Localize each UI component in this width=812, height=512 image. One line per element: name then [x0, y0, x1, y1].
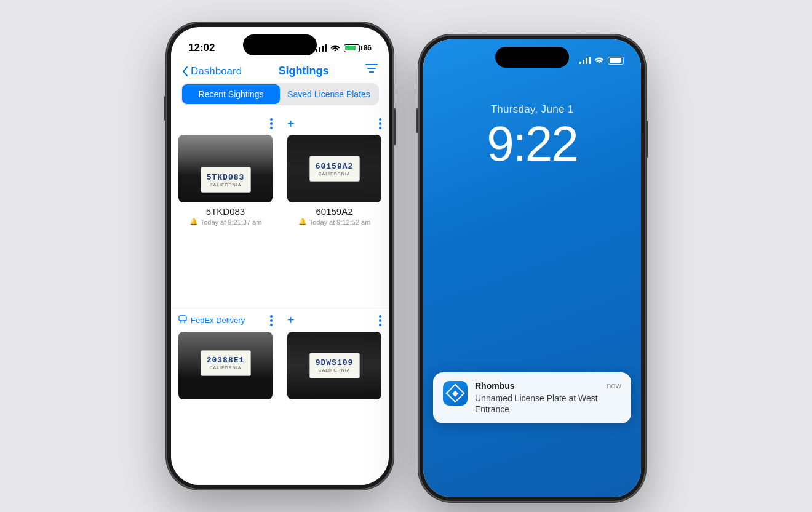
svg-rect-0 — [179, 316, 186, 321]
right-phone-screen: Thursday, June 1 9:22 Rhombus now — [423, 39, 641, 497]
signal-icon — [316, 44, 327, 52]
more-options-icon[interactable] — [270, 315, 273, 326]
lock-time: 9:22 — [487, 119, 578, 169]
rhombus-diamond-icon — [445, 383, 464, 402]
notification-banner[interactable]: Rhombus now Unnamed License Plate at Wes… — [433, 372, 631, 423]
card-3-header: FedEx Delivery — [178, 313, 273, 328]
card-1-header — [178, 116, 273, 131]
lock-battery-icon — [608, 57, 624, 65]
sighting-card-2[interactable]: + 60159A2 CALIFORNIA 60159A2 — [280, 111, 389, 308]
notification-message: Unnamed License Plate at West Entrance — [475, 393, 621, 415]
segment-control: Recent Sightings Saved License Plates — [181, 83, 379, 105]
tag-icon — [178, 315, 187, 326]
filter-icon[interactable] — [365, 64, 378, 78]
bell-icon: 🔔 — [189, 218, 198, 226]
notification-header: Rhombus now — [475, 381, 621, 391]
battery-label: 86 — [364, 44, 372, 52]
add-icon[interactable]: + — [287, 313, 295, 327]
lock-signal-icon — [579, 57, 591, 64]
plate-image-4: 9DWS109 CALIFORNIA — [287, 332, 381, 399]
status-icons: 86 — [316, 44, 372, 53]
plate-image-3: 20388E1 CALIFORNIA — [178, 332, 273, 399]
more-options-icon[interactable] — [379, 315, 381, 326]
plate-number-2: 60159A2 — [287, 206, 381, 217]
fedex-label: FedEx Delivery — [191, 316, 245, 325]
notification-content: Rhombus now Unnamed License Plate at Wes… — [475, 381, 621, 415]
sighting-card-4[interactable]: + 9DWS109 CALIFORNIA — [280, 308, 389, 486]
back-label: Dashboard — [191, 65, 242, 78]
timestamp-1: 🔔 Today at 9:21:37 am — [178, 218, 273, 226]
left-phone: 12:02 — [166, 22, 394, 490]
rhombus-app-icon — [443, 381, 468, 406]
more-options-icon[interactable] — [379, 118, 381, 129]
lock-screen: Thursday, June 1 9:22 Rhombus now — [423, 39, 641, 497]
app-screen: 12:02 — [171, 27, 389, 485]
lock-date: Thursday, June 1 — [491, 103, 574, 116]
plate-image-1: 5TKD083 CALIFORNIA — [178, 135, 273, 202]
notification-app-name: Rhombus — [475, 381, 515, 391]
tab-saved-license-plates[interactable]: Saved License Plates — [280, 84, 378, 104]
sightings-grid: 5TKD083 CALIFORNIA 5TKD083 🔔 Today at 9:… — [171, 111, 389, 485]
nav-title: Sightings — [279, 65, 329, 78]
add-icon[interactable]: + — [287, 117, 295, 131]
card-2-header: + — [287, 116, 381, 131]
plate-image-2: 60159A2 CALIFORNIA — [287, 135, 381, 202]
more-options-icon[interactable] — [270, 118, 273, 129]
lock-wifi-icon — [594, 55, 604, 66]
plate-number-1: 5TKD083 — [178, 206, 273, 217]
card-4-header: + — [287, 313, 381, 328]
right-dynamic-island — [495, 47, 569, 68]
card-label-fedex: FedEx Delivery — [178, 315, 245, 326]
notification-time: now — [607, 381, 621, 390]
dynamic-island — [243, 34, 317, 55]
sighting-card-1[interactable]: 5TKD083 CALIFORNIA 5TKD083 🔔 Today at 9:… — [171, 111, 280, 308]
wifi-icon — [330, 44, 340, 53]
sighting-card-3[interactable]: FedEx Delivery 20388E1 CALIFORNIA — [171, 308, 280, 486]
nav-bar: Dashboard Sightings — [171, 60, 389, 83]
timestamp-2: 🔔 Today at 9:12:52 am — [287, 218, 381, 226]
tab-recent-sightings[interactable]: Recent Sightings — [182, 84, 280, 104]
scene: 12:02 — [166, 10, 646, 502]
battery-indicator: 86 — [344, 44, 372, 52]
back-button[interactable]: Dashboard — [182, 65, 242, 78]
right-phone: Thursday, June 1 9:22 Rhombus now — [418, 34, 646, 502]
status-time: 12:02 — [188, 42, 215, 54]
lock-status-icons — [579, 55, 624, 66]
bell-icon: 🔔 — [298, 218, 307, 226]
left-phone-screen: 12:02 — [171, 27, 389, 485]
